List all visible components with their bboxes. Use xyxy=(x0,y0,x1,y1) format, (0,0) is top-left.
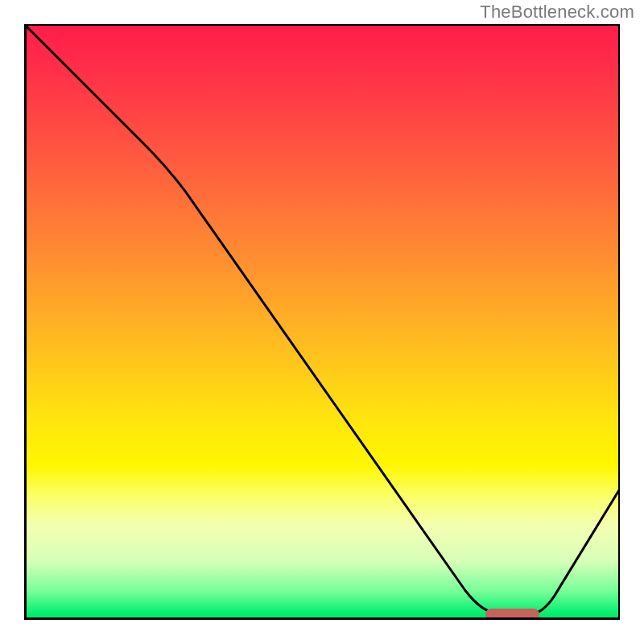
plot-frame-bottom xyxy=(24,617,620,620)
chart-plot-area xyxy=(24,24,620,620)
bottleneck-curve xyxy=(24,24,620,620)
plot-frame-left xyxy=(24,24,27,620)
attribution-text: TheBottleneck.com xyxy=(480,2,634,23)
